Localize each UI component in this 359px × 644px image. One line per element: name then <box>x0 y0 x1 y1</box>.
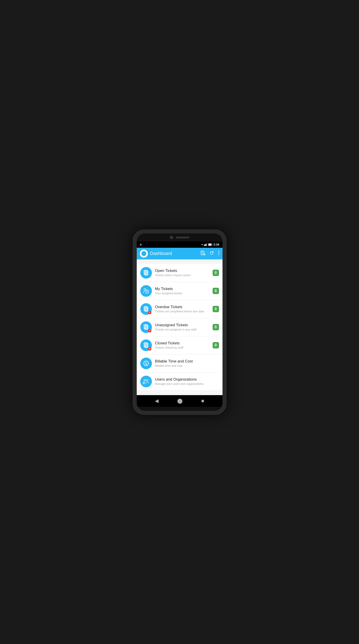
billable-time-title: Billable Time and Cost <box>155 359 219 364</box>
open-tickets-subtitle: Tickets which require action <box>155 274 213 277</box>
unassigned-tickets-item[interactable]: ? Unassigned Tickets Tickets not assigne… <box>137 318 223 336</box>
users-orgs-item[interactable]: Users and Organizations Manage your user… <box>137 372 223 391</box>
closed-tickets-subtitle: Tickets closed by staff <box>155 346 213 349</box>
my-tickets-text: My Tickets Your assigned tickets <box>155 287 213 295</box>
billable-time-subtitle: Billable time and cost <box>155 364 219 368</box>
status-bar: ▾ 2:34 <box>137 242 223 248</box>
svg-rect-5 <box>212 244 212 245</box>
more-icon[interactable] <box>218 251 219 256</box>
svg-rect-2 <box>206 244 206 246</box>
svg-rect-6 <box>209 244 211 245</box>
users-orgs-icon <box>140 376 152 387</box>
svg-rect-3 <box>207 243 207 246</box>
my-tickets-icon <box>140 285 152 297</box>
wifi-icon: ▾ <box>202 243 203 246</box>
overdue-tickets-text: Overdue Tickets Tickets not completed be… <box>155 305 213 313</box>
my-tickets-count: 0 <box>213 288 219 294</box>
unassigned-tickets-title: Unassigned Tickets <box>155 323 213 327</box>
recent-button[interactable]: ■ <box>201 398 204 404</box>
open-tickets-icon <box>140 267 152 278</box>
app-logo-inner <box>141 251 146 256</box>
open-tickets-item[interactable]: Open Tickets Tickets which require actio… <box>137 264 223 282</box>
svg-point-23 <box>144 288 146 290</box>
svg-rect-29 <box>145 307 148 311</box>
unassigned-tickets-icon: ? <box>140 321 152 333</box>
unassigned-badge: ? <box>148 329 151 332</box>
closed-tickets-text: Closed Tickets Tickets closed by staff <box>155 341 213 349</box>
bottom-nav: ◀ ⬤ ■ <box>137 395 223 407</box>
app-bar: Dashboard <box>137 248 223 260</box>
svg-rect-19 <box>145 271 148 275</box>
new-ticket-icon[interactable] <box>200 250 205 256</box>
closed-tickets-item[interactable]: ✕ Closed Tickets Tickets closed by staff… <box>137 336 223 354</box>
overdue-badge: ! <box>148 311 151 314</box>
overdue-tickets-item[interactable]: ! Overdue Tickets Tickets not completed … <box>137 300 223 318</box>
open-tickets-count: 0 <box>213 270 219 276</box>
phone-frame: ▾ 2:34 <box>133 230 227 415</box>
open-tickets-title: Open Tickets <box>155 268 213 273</box>
svg-rect-34 <box>145 325 148 330</box>
camera <box>170 236 173 239</box>
status-time: 2:34 <box>213 243 219 246</box>
svg-point-46 <box>147 380 148 381</box>
app-title: Dashboard <box>150 251 198 256</box>
phone-bottom-hardware <box>137 407 223 411</box>
svg-rect-1 <box>205 244 206 246</box>
svg-rect-0 <box>204 245 205 246</box>
svg-rect-39 <box>145 343 148 348</box>
battery-icon <box>208 243 212 246</box>
my-tickets-item[interactable]: My Tickets Your assigned tickets 0 <box>137 282 223 300</box>
app-logo <box>140 250 148 258</box>
unassigned-tickets-subtitle: Tickets not assigned to any staff <box>155 328 213 331</box>
my-tickets-subtitle: Your assigned tickets <box>155 292 213 295</box>
users-orgs-text: Users and Organizations Manage your user… <box>155 377 219 386</box>
back-button[interactable]: ◀ <box>155 398 159 404</box>
billable-time-text: Billable Time and Cost Billable time and… <box>155 359 219 368</box>
svg-point-16 <box>218 252 219 253</box>
closed-tickets-count: 0 <box>213 342 219 348</box>
signal-icon <box>204 243 207 246</box>
closed-tickets-icon: ✕ <box>140 340 152 351</box>
closed-badge: ✕ <box>148 347 151 350</box>
users-orgs-subtitle: Manage your users and organizations <box>155 382 219 386</box>
overdue-tickets-title: Overdue Tickets <box>155 305 213 309</box>
speaker <box>176 236 189 238</box>
closed-tickets-title: Closed Tickets <box>155 341 213 346</box>
unassigned-tickets-text: Unassigned Tickets Tickets not assigned … <box>155 323 213 331</box>
home-button[interactable]: ⬤ <box>177 398 183 404</box>
overdue-tickets-icon: ! <box>140 303 152 315</box>
svg-point-7 <box>142 252 145 255</box>
status-left <box>140 244 142 246</box>
main-content: Open Tickets Tickets which require actio… <box>137 260 223 395</box>
refresh-icon[interactable] <box>209 250 214 256</box>
phone-top-hardware <box>137 234 223 242</box>
svg-text:$: $ <box>145 362 147 365</box>
status-right: ▾ 2:34 <box>202 243 219 246</box>
my-tickets-title: My Tickets <box>155 287 213 291</box>
open-tickets-text: Open Tickets Tickets which require actio… <box>155 268 213 277</box>
svg-point-45 <box>144 379 146 381</box>
overdue-tickets-count: 0 <box>213 306 219 312</box>
overdue-tickets-subtitle: Tickets not completed before due date <box>155 310 213 313</box>
svg-point-15 <box>218 251 219 252</box>
billable-time-icon: $ <box>140 358 152 369</box>
users-orgs-title: Users and Organizations <box>155 377 219 382</box>
app-bar-actions <box>200 250 219 256</box>
svg-point-17 <box>218 254 219 255</box>
billable-time-item[interactable]: $ Billable Time and Cost Billable time a… <box>137 354 223 372</box>
status-indicator <box>140 244 142 246</box>
phone-screen: ▾ 2:34 <box>137 234 223 411</box>
unassigned-tickets-count: 0 <box>213 324 219 330</box>
